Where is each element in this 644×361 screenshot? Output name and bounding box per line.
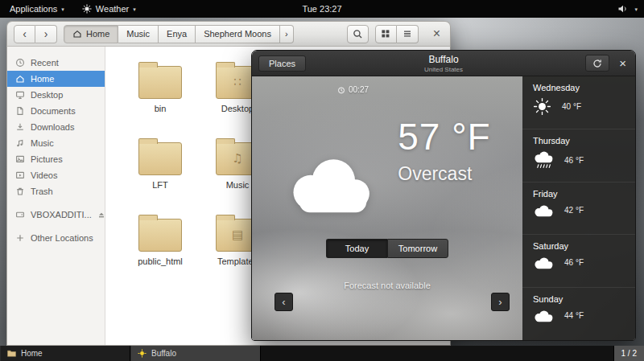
tab-tomorrow[interactable]: Tomorrow (387, 239, 448, 258)
refresh-icon (592, 59, 602, 68)
folder-label: Desktop (221, 104, 254, 113)
sidebar-item-downloads[interactable]: Downloads (7, 119, 105, 135)
videos-icon (15, 170, 25, 180)
files-close-button[interactable]: × (430, 27, 444, 40)
recent-icon (15, 58, 25, 68)
weather-app-menu-label: Weather (96, 4, 129, 14)
cloud-icon (533, 203, 554, 217)
forecast-sunday[interactable]: Sunday 44 °F (522, 288, 635, 340)
folder-label: public_html (138, 256, 183, 266)
rain-icon (533, 150, 554, 170)
sun-icon (533, 97, 551, 116)
overcast-cloud-icon (283, 154, 375, 214)
folder-bin[interactable]: bin (122, 59, 199, 136)
home-icon (15, 74, 25, 84)
view-grid-button[interactable] (375, 25, 397, 43)
forecast-thursday[interactable]: Thursday 46 °F (522, 129, 635, 183)
folder-label: LFT (152, 180, 168, 190)
workspace-indicator[interactable]: 1 / 2 (613, 346, 644, 361)
weather-body: 00:27 57 °F Overcast Today Tomorrow Fore… (252, 76, 635, 340)
forecast-friday[interactable]: Friday 42 °F (522, 183, 635, 236)
weather-window-title: Buffalo United States (252, 54, 635, 73)
cloud-icon (533, 309, 554, 322)
prev-button[interactable]: ‹ (275, 293, 293, 311)
trash-icon (15, 187, 25, 196)
chevron-down-icon: ▾ (133, 6, 136, 13)
desktop-icon (15, 90, 25, 100)
applications-menu-label: Applications (10, 4, 57, 14)
forecast-message: Forecast not available (252, 281, 522, 290)
time-badge: 00:27 (337, 85, 369, 94)
refresh-button[interactable] (585, 55, 609, 72)
back-button[interactable]: ‹ (14, 25, 35, 43)
folder-icon (7, 350, 16, 357)
cloud-icon (533, 256, 554, 269)
sidebar-item-home[interactable]: Home (7, 71, 105, 87)
breadcrumb-music[interactable]: Music (118, 25, 159, 43)
folder-public-html[interactable]: public_html (122, 212, 199, 289)
next-button[interactable]: › (491, 293, 510, 311)
task-item-buffalo[interactable]: Buffalo (130, 346, 261, 361)
current-conditions: 57 °F Overcast (252, 118, 522, 214)
pictures-icon (15, 154, 25, 164)
forecast-wednesday[interactable]: Wednesday 40 °F (522, 76, 635, 129)
eject-icon[interactable] (97, 211, 105, 219)
weather-app-menu[interactable]: Weather ▾ (80, 0, 138, 18)
search-button[interactable] (347, 25, 369, 43)
folder-icon (138, 66, 182, 99)
top-bar: Applications ▾ Weather ▾ Tue 23:27 ▾ (0, 0, 644, 18)
volume-icon (617, 4, 628, 14)
sidebar-item-pictures[interactable]: Pictures (7, 151, 105, 167)
chevron-down-icon: ▾ (61, 6, 64, 13)
breadcrumb-expand-button[interactable]: › (280, 25, 294, 43)
weather-app-icon (82, 4, 92, 14)
sidebar-item-music[interactable]: Music (7, 135, 105, 151)
location-title: Buffalo (252, 54, 635, 65)
sidebar-item-trash[interactable]: Trash (7, 183, 105, 199)
folder-icon (138, 219, 182, 252)
sidebar-item-recent[interactable]: Recent (7, 55, 105, 71)
task-item-home[interactable]: Home (0, 346, 130, 361)
folder-label: bin (155, 104, 167, 113)
folder-icon (138, 142, 182, 175)
sidebar-item-videos[interactable]: Videos (7, 167, 105, 183)
sidebar-item-vboxadditions[interactable]: VBOXADDITI... (7, 207, 105, 223)
system-status-area[interactable]: ▾ (617, 4, 638, 14)
weather-today-view: 00:27 57 °F Overcast Today Tomorrow Fore… (252, 76, 522, 340)
breadcrumb-enya[interactable]: Enya (159, 25, 196, 43)
taskbar: Home Buffalo 1 / 2 (0, 346, 644, 361)
weather-window: Places Buffalo United States × 00:27 57 (251, 50, 636, 341)
downloads-icon (15, 122, 25, 132)
files-sidebar: Recent Home Desktop Documents Downloads … (7, 47, 105, 345)
weather-headerbar: Places Buffalo United States × (252, 51, 635, 76)
breadcrumb-shepherd-moons[interactable]: Shepherd Moons (196, 25, 280, 43)
day-tabs: Today Tomorrow (326, 239, 448, 258)
sidebar-item-other-locations[interactable]: Other Locations (7, 230, 105, 246)
location-subtitle: United States (252, 66, 635, 73)
folder-lft[interactable]: LFT (122, 136, 199, 212)
sidebar-item-desktop[interactable]: Desktop (7, 87, 105, 103)
sidebar-item-documents[interactable]: Documents (7, 103, 105, 119)
current-temperature: 57 °F (398, 118, 490, 155)
applications-menu[interactable]: Applications ▾ (7, 0, 67, 18)
clock-icon (337, 86, 345, 94)
documents-icon (15, 106, 25, 116)
weather-close-button[interactable]: × (617, 57, 629, 69)
forecast-saturday[interactable]: Saturday 46 °F (522, 235, 635, 288)
weather-icon (138, 349, 147, 358)
forward-button[interactable]: › (35, 25, 57, 43)
breadcrumb-home[interactable]: Home (64, 25, 118, 43)
files-headerbar: ‹ › Home Music Enya Shepherd Moons › (6, 21, 451, 47)
tab-today[interactable]: Today (326, 239, 387, 258)
folder-label: Music (226, 180, 250, 190)
disk-icon (15, 210, 25, 219)
menu-icon[interactable] (397, 25, 419, 43)
music-icon (15, 138, 25, 148)
current-condition: Overcast (398, 163, 490, 185)
week-forecast-panel: Wednesday 40 °F Thursday 46 °F Friday 42… (522, 76, 635, 340)
breadcrumb: Home Music Enya Shepherd Moons › (64, 25, 294, 43)
other-locations-icon (15, 233, 25, 243)
places-button[interactable]: Places (258, 55, 306, 72)
clock[interactable]: Tue 23:27 (302, 4, 341, 14)
chevron-down-icon: ▾ (634, 6, 638, 13)
